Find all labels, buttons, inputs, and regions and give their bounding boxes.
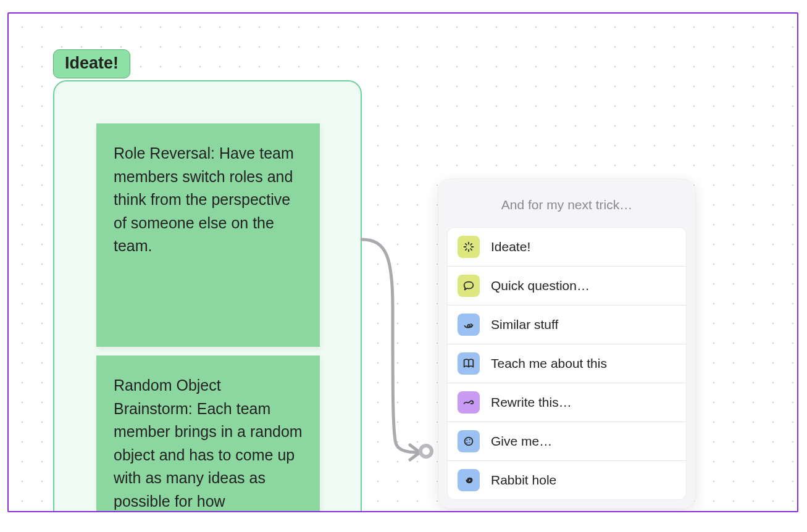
sticky-text: Role Reversal: Have team members switch … (114, 144, 294, 254)
connector-node-icon[interactable] (419, 444, 433, 459)
connector-arrow (362, 233, 448, 468)
menu-item-label: Rabbit hole (491, 473, 556, 488)
menu-item-label: Rewrite this… (491, 395, 572, 410)
loop-icon (458, 314, 480, 336)
menu-item-rabbit-hole[interactable]: Rabbit hole (448, 461, 686, 499)
cookie-icon (458, 430, 480, 452)
menu-item-label: Teach me about this (491, 356, 607, 371)
svg-point-1 (466, 439, 467, 441)
sticky-note[interactable]: Random Object Brainstorm: Each team memb… (96, 355, 320, 512)
ideate-panel[interactable]: Role Reversal: Have team members switch … (53, 80, 362, 512)
menu-item-label: Give me… (491, 434, 552, 449)
menu-item-label: Ideate! (491, 239, 530, 254)
canvas-frame[interactable]: Ideate! Role Reversal: Have team members… (7, 12, 798, 512)
svg-point-0 (465, 438, 473, 446)
svg-point-2 (469, 439, 470, 440)
menu-item-ideate[interactable]: Ideate! (448, 228, 686, 267)
sticky-note[interactable]: Role Reversal: Have team members switch … (96, 123, 320, 347)
swirl-icon (458, 391, 480, 414)
book-icon (458, 352, 480, 375)
svg-point-4 (466, 443, 467, 444)
menu-item-quick-question[interactable]: Quick question… (448, 267, 686, 305)
menu-item-label: Similar stuff (491, 317, 558, 332)
ideate-badge-label: Ideate! (65, 54, 119, 72)
menu-item-teach-me[interactable]: Teach me about this (448, 344, 686, 383)
menu-list: Ideate! Quick question… Similar stuff Te… (447, 227, 687, 500)
speech-icon (458, 275, 480, 297)
menu-item-label: Quick question… (491, 278, 590, 293)
spiral-icon (458, 469, 480, 491)
actions-menu: And for my next trick… Ideate! Quick que… (438, 179, 695, 509)
menu-item-rewrite[interactable]: Rewrite this… (448, 383, 686, 422)
menu-item-give-me[interactable]: Give me… (448, 422, 686, 461)
ideate-badge: Ideate! (53, 49, 130, 78)
sticky-text: Random Object Brainstorm: Each team memb… (114, 376, 303, 510)
svg-point-3 (469, 442, 470, 443)
menu-title: And for my next trick… (447, 189, 687, 227)
menu-item-similar-stuff[interactable]: Similar stuff (448, 305, 686, 344)
spark-icon (458, 236, 480, 258)
